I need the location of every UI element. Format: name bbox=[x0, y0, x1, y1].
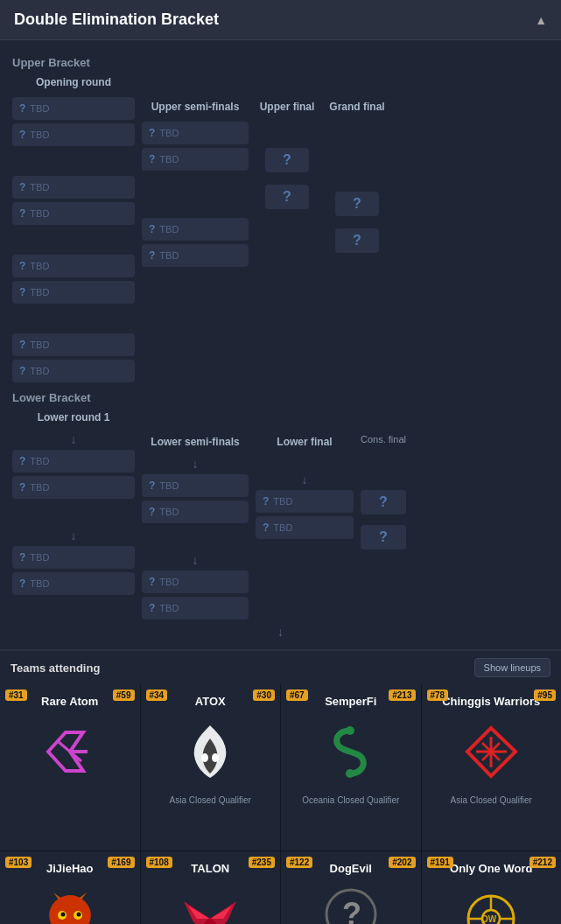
chinggis-rank-right: #95 bbox=[534, 690, 556, 701]
team-card-atox: #34 #30 ATOX Asia Closed Qualifier bbox=[141, 684, 281, 850]
lower-semi-1: ?TBD bbox=[142, 474, 249, 497]
lower-r1-header: Lower round 1 bbox=[9, 410, 138, 425]
svg-point-0 bbox=[201, 753, 208, 762]
dogevil-icon: ? bbox=[325, 888, 377, 924]
show-lineups-button[interactable]: Show lineups bbox=[474, 658, 550, 677]
oow-logo: OW bbox=[456, 884, 526, 924]
rare-atom-logo bbox=[35, 717, 105, 787]
lower-r1-1: ?TBD bbox=[12, 450, 135, 472]
bracket-container: Upper Bracket Opening round ?TBD ?TBD ?T… bbox=[0, 40, 561, 649]
lower-semi-3: ?TBD bbox=[142, 570, 249, 593]
lower-final-2: ?TBD bbox=[256, 516, 354, 539]
atox-icon bbox=[184, 721, 236, 782]
lower-semi-4: ?TBD bbox=[142, 597, 249, 620]
jijiehao-rank-left: #103 bbox=[5, 857, 32, 868]
cons-final-header: Cons. final bbox=[357, 434, 410, 444]
oow-icon: OW bbox=[460, 892, 522, 924]
upper-final-1: ? bbox=[265, 148, 309, 172]
cons-final-col: Cons. final ? ? bbox=[357, 410, 410, 621]
lower-r1-2: ?TBD bbox=[12, 476, 135, 499]
oow-rank-right: #212 bbox=[529, 857, 556, 868]
upper-semi-1: ?TBD bbox=[142, 122, 249, 144]
grand-final-header: Grand final bbox=[326, 99, 388, 115]
upper-opening-col: Opening round ?TBD ?TBD ?TBD ?TBD ?TBD ?… bbox=[9, 74, 138, 384]
team-card-semperfi: #67 #213 SemperFi Oceania Closed Qualifi… bbox=[281, 684, 421, 850]
rare-atom-rank-left: #31 bbox=[5, 690, 27, 701]
talon-rank-left: #108 bbox=[146, 857, 172, 868]
semperfi-qualifier: Oceania Closed Qualifier bbox=[302, 795, 399, 805]
chinggis-qualifier: Asia Closed Qualifier bbox=[451, 795, 532, 805]
chinggis-rank-left: #78 bbox=[427, 690, 449, 701]
lower-bracket-area: Lower round 1 ↓ ?TBD ?TBD ↓ ?TBD ?TBD Lo… bbox=[9, 410, 552, 621]
bracket-title: Double Elimination Bracket bbox=[14, 10, 219, 29]
svg-point-7 bbox=[76, 912, 81, 916]
grand-final-1: ? bbox=[335, 192, 379, 216]
upper-slot-4: ?TBD bbox=[12, 202, 135, 225]
jijiehao-rank-right: #169 bbox=[108, 857, 134, 868]
cons-final-2: ? bbox=[361, 525, 406, 550]
svg-point-6 bbox=[60, 912, 65, 916]
team-card-chinggis: #78 #95 Chinggis Warriors Asia Closed Qu… bbox=[422, 684, 562, 850]
atox-rank-right: #30 bbox=[253, 690, 275, 701]
lower-r1-3: ?TBD bbox=[12, 546, 135, 569]
upper-final-header: Upper final bbox=[256, 99, 319, 115]
grand-final-2: ? bbox=[335, 228, 379, 253]
upper-slot-3: ?TBD bbox=[12, 176, 135, 199]
talon-rank-right: #235 bbox=[249, 857, 275, 868]
jijiehao-icon: JIJIEH bbox=[39, 891, 101, 925]
lower-semi-2: ?TBD bbox=[142, 500, 249, 523]
talon-logo bbox=[175, 884, 245, 924]
team-card-jijiehao: #103 #169 JiJieHao bbox=[0, 851, 140, 924]
atox-logo bbox=[175, 717, 245, 787]
team-card-dogevil: #122 #202 DogEvil ? China Closed Qualifi… bbox=[281, 851, 421, 924]
jijiehao-name: JiJieHao bbox=[46, 862, 93, 875]
upper-semis-header: Upper semi-finals bbox=[138, 99, 252, 115]
grand-final-col: Grand final ? ? bbox=[322, 74, 392, 384]
upper-semi-3: ?TBD bbox=[142, 218, 249, 241]
rare-atom-rank-right: #59 bbox=[113, 690, 135, 701]
lower-final-col: Lower final ↓ ?TBD ?TBD bbox=[252, 410, 357, 621]
upper-slot-1: ?TBD bbox=[12, 97, 135, 120]
chinggis-name: Chinggis Warriors bbox=[442, 695, 540, 708]
upper-semi-2: ?TBD bbox=[142, 148, 249, 171]
lower-r1-col: Lower round 1 ↓ ?TBD ?TBD ↓ ?TBD ?TBD bbox=[9, 410, 138, 621]
opening-round-header: Opening round bbox=[9, 74, 138, 90]
oow-name: Only One Word bbox=[450, 862, 532, 875]
semperfi-name: SemperFi bbox=[325, 695, 376, 708]
chinggis-logo bbox=[456, 717, 526, 787]
team-card-oow: #191 #212 Only One Word OW Oceania Close… bbox=[422, 851, 562, 924]
upper-semi-4: ?TBD bbox=[142, 244, 249, 267]
upper-bracket-label: Upper Bracket bbox=[12, 56, 552, 69]
lower-semis-col: Lower semi-finals ↓ ?TBD ?TBD ↓ ?TBD ?TB… bbox=[138, 410, 252, 621]
svg-point-1 bbox=[212, 753, 219, 762]
teams-grid: #31 #59 Rare Atom #34 #30 ATOX bbox=[0, 684, 561, 924]
semperfi-logo bbox=[316, 717, 386, 787]
atox-name: ATOX bbox=[195, 695, 226, 708]
cons-final-1: ? bbox=[361, 490, 406, 514]
bracket-header: Double Elimination Bracket ▲ bbox=[0, 0, 561, 40]
svg-text:?: ? bbox=[342, 896, 361, 924]
rare-atom-name: Rare Atom bbox=[41, 695, 98, 708]
upper-final-2: ? bbox=[265, 185, 309, 209]
lower-r1-4: ?TBD bbox=[12, 572, 135, 595]
oow-rank-left: #191 bbox=[427, 857, 453, 868]
upper-slot-6: ?TBD bbox=[12, 281, 135, 304]
rare-atom-icon bbox=[39, 725, 101, 778]
upper-final-col: Upper final ? ? bbox=[252, 74, 322, 384]
team-card-talon: #108 #235 TALON Oceania Closed Qualifier bbox=[141, 851, 281, 924]
upper-slot-8: ?TBD bbox=[12, 360, 135, 382]
svg-text:OW: OW bbox=[481, 914, 497, 924]
dogevil-name: DogEvil bbox=[330, 862, 372, 875]
talon-name: TALON bbox=[191, 862, 229, 875]
dogevil-logo: ? bbox=[316, 884, 386, 924]
upper-slot-5: ?TBD bbox=[12, 255, 135, 277]
svg-point-3 bbox=[346, 769, 354, 778]
lower-semis-header: Lower semi-finals bbox=[138, 434, 252, 450]
semperfi-rank-left: #67 bbox=[286, 690, 308, 701]
teams-header: Teams attending Show lineups bbox=[0, 651, 561, 684]
lower-final-1: ?TBD bbox=[256, 490, 354, 513]
upper-bracket-area: Opening round ?TBD ?TBD ?TBD ?TBD ?TBD ?… bbox=[9, 74, 552, 384]
chinggis-icon bbox=[463, 724, 520, 780]
upper-semis-col: Upper semi-finals ?TBD ?TBD ?TBD ?TBD bbox=[138, 74, 252, 384]
collapse-icon[interactable]: ▲ bbox=[535, 13, 547, 27]
